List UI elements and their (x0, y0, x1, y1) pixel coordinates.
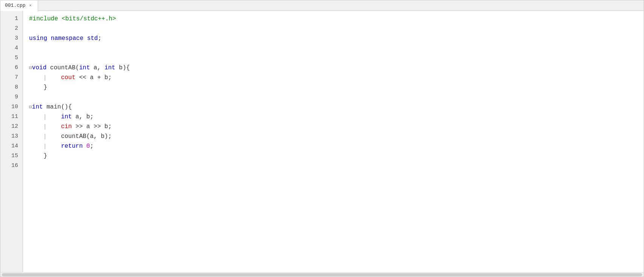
line-number: 16 (0, 161, 23, 171)
code-line (29, 53, 644, 63)
tab-bar: 001.cpp × (0, 0, 644, 11)
code-token: ⊟ (29, 65, 32, 71)
code-token: void (32, 64, 50, 71)
line-numbers: 12345678910111213141516 (0, 11, 23, 272)
code-token: cin (61, 123, 75, 130)
line-number: 10 (0, 102, 23, 112)
tab-filename: 001.cpp (5, 3, 26, 8)
code-line: │ cin >> a >> b; (29, 122, 644, 132)
code-line: │ cout << a + b; (29, 73, 644, 83)
code-token: int (105, 64, 119, 71)
code-token: { (126, 64, 130, 71)
code-token (29, 143, 43, 150)
code-area[interactable]: #include <bits/stdc++.h> using namespace… (23, 11, 644, 272)
line-number: 7 (0, 73, 23, 83)
code-token (29, 84, 43, 91)
code-token: #include <bits/stdc++.h> (29, 15, 116, 22)
line-number: 5 (0, 53, 23, 63)
line-number: 2 (0, 24, 23, 34)
code-token: >> a >> b; (75, 123, 112, 130)
code-token: countAB (50, 64, 75, 71)
code-token: int (32, 104, 46, 110)
code-token: int (79, 64, 94, 71)
code-line (29, 161, 644, 171)
line-number: 8 (0, 83, 23, 92)
code-token: cout (61, 74, 79, 81)
code-token: int (61, 113, 75, 120)
line-number: 13 (0, 132, 23, 141)
code-token: std (87, 35, 98, 42)
line-number: 6 (0, 63, 23, 73)
code-token: } (43, 153, 47, 159)
file-tab[interactable]: 001.cpp × (0, 0, 38, 11)
editor-container: 001.cpp × 12345678910111213141516 #inclu… (0, 0, 644, 277)
code-line: using namespace std; (29, 34, 644, 43)
code-token: countAB(a, b); (61, 133, 112, 140)
code-line (29, 24, 644, 34)
code-line: │ countAB(a, b); (29, 132, 644, 141)
code-token: { (68, 104, 72, 110)
code-token (29, 113, 43, 120)
line-number: 4 (0, 43, 23, 53)
code-token: namespace (51, 35, 87, 42)
code-token (46, 123, 61, 130)
line-number: 9 (0, 92, 23, 102)
code-token: 0 (86, 143, 90, 150)
code-token (29, 123, 43, 130)
line-number: 12 (0, 122, 23, 132)
line-number: 14 (0, 141, 23, 151)
code-token: a, b; (75, 113, 94, 120)
code-line: ⊟void countAB(int a, int b){ (29, 63, 644, 73)
code-token (29, 74, 43, 81)
code-line (29, 92, 644, 102)
code-token: a, (94, 64, 105, 71)
code-line: } (29, 83, 644, 92)
code-line: #include <bits/stdc++.h> (29, 14, 644, 24)
code-token (29, 153, 43, 159)
code-token: return (61, 143, 86, 150)
code-line (29, 43, 644, 53)
line-number: 1 (0, 14, 23, 24)
code-token: using (29, 35, 51, 42)
code-token: ; (90, 143, 94, 150)
code-token: << a + b; (79, 74, 112, 81)
tab-close-button[interactable]: × (28, 3, 33, 8)
code-line: } (29, 151, 644, 161)
code-token: } (43, 84, 47, 91)
scrollbar-thumb[interactable] (2, 273, 642, 276)
code-token: ⊟ (29, 104, 32, 110)
line-number: 3 (0, 34, 23, 43)
code-token (46, 113, 61, 120)
code-token (29, 133, 43, 140)
code-line: │ return 0; (29, 141, 644, 151)
code-token: main() (46, 104, 68, 110)
code-token (46, 74, 61, 81)
code-token: ; (98, 35, 101, 42)
code-token (46, 133, 61, 140)
scrollbar-bottom[interactable] (0, 272, 644, 277)
editor-body: 12345678910111213141516 #include <bits/s… (0, 11, 644, 272)
code-token (46, 143, 61, 150)
code-token: ( (75, 64, 79, 71)
line-number: 11 (0, 112, 23, 122)
code-token: b) (119, 64, 126, 71)
code-line: │ int a, b; (29, 112, 644, 122)
code-line: ⊟int main(){ (29, 102, 644, 112)
line-number: 15 (0, 151, 23, 161)
